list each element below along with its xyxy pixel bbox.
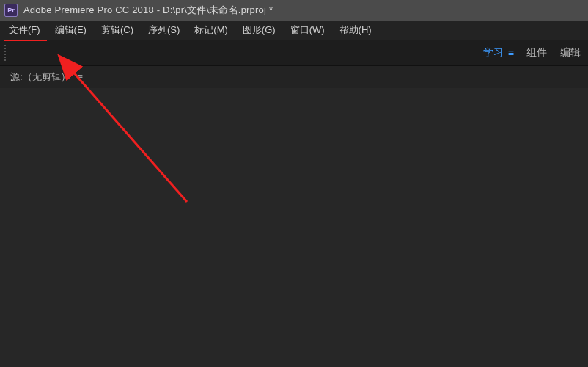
workspace-tab-edit[interactable]: 编辑 bbox=[560, 46, 581, 59]
workspace-tab-label: 组件 bbox=[526, 46, 547, 59]
hamburger-icon[interactable]: ≡ bbox=[78, 72, 83, 82]
source-panel-body bbox=[0, 88, 588, 367]
titlebar: Pr Adobe Premiere Pro CC 2018 - D:\pr\文件… bbox=[0, 0, 588, 21]
menu-edit[interactable]: 编辑(E) bbox=[49, 22, 92, 38]
menu-marker[interactable]: 标记(M) bbox=[188, 22, 234, 38]
menu-graphics[interactable]: 图形(G) bbox=[237, 22, 282, 38]
workspace-tab-label: 学习 bbox=[483, 46, 504, 59]
menu-clip[interactable]: 剪辑(C) bbox=[95, 22, 139, 38]
menubar: 文件(F) 编辑(E) 剪辑(C) 序列(S) 标记(M) 图形(G) 窗口(W… bbox=[0, 21, 588, 40]
menu-window[interactable]: 窗口(W) bbox=[284, 22, 331, 38]
menu-file[interactable]: 文件(F) bbox=[3, 22, 46, 38]
menu-sequence[interactable]: 序列(S) bbox=[142, 22, 185, 38]
source-panel-header[interactable]: 源:（无剪辑） ≡ bbox=[0, 66, 588, 88]
source-panel-title: 源:（无剪辑） bbox=[10, 70, 70, 84]
app-icon: Pr bbox=[4, 4, 18, 17]
workspace-tab-label: 编辑 bbox=[560, 46, 581, 59]
hamburger-icon[interactable]: ≡ bbox=[508, 48, 513, 58]
workspace-tab-learn[interactable]: 学习 ≡ bbox=[483, 46, 513, 59]
workspace-tabs-bar: 学习 ≡ 组件 编辑 bbox=[0, 40, 588, 66]
panel-grip-icon[interactable] bbox=[4, 45, 6, 61]
window-title: Adobe Premiere Pro CC 2018 - D:\pr\文件\未命… bbox=[23, 4, 273, 17]
menu-help[interactable]: 帮助(H) bbox=[334, 22, 378, 38]
workspace-tab-assembly[interactable]: 组件 bbox=[526, 46, 547, 59]
